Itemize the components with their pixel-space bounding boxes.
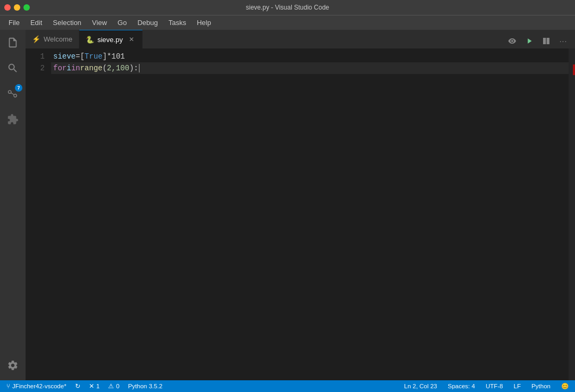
menu-help[interactable]: Help [193,18,216,28]
minimap-highlight [573,64,575,75]
status-bar: ⑂ JFincher42-vscode* ↻ ✕ 1 ⚠ 0 Python 3.… [0,380,575,392]
token-args: 2,100 [107,62,129,74]
token-bracket-close-mul: ]*101 [102,51,125,62]
status-python-version[interactable]: Python 3.5.2 [126,383,165,389]
status-python-version-label: Python 3.5.2 [128,383,162,389]
token-i: i [67,62,71,74]
menu-file[interactable]: File [4,18,24,28]
menu-view[interactable]: View [88,18,111,28]
tab-sieve-label: sieve.py [97,36,123,44]
source-control-badge: 7 [15,84,22,92]
token-paren-close-colon: ): [129,62,138,74]
sieve-tab-icon: 🐍 [86,36,94,44]
window-controls[interactable] [4,4,30,11]
window-title: sieve.py - Visual Studio Code [246,4,330,11]
status-errors[interactable]: ✕ 1 [87,382,102,390]
status-warning-count: 0 [116,383,119,389]
status-bar-right: Ln 2, Col 23 Spaces: 4 UTF-8 LF Python 😊 [402,382,571,390]
status-spaces-label: Spaces: 4 [448,383,475,389]
menu-edit[interactable]: Edit [26,18,46,28]
token-paren-open: ( [102,62,106,74]
code-editor[interactable]: 1 2 sieve = [ True ]*101 for i in rang [26,48,575,380]
cursor [139,64,139,72]
status-language[interactable]: Python [529,383,553,389]
menu-selection[interactable]: Selection [48,18,85,28]
token-true: True [85,51,103,62]
status-encoding[interactable]: UTF-8 [483,383,505,389]
token-for: for [53,62,67,74]
minimap [569,48,575,380]
code-content[interactable]: sieve = [ True ]*101 for i in range ( 2,… [51,48,569,380]
token-in: in [71,62,80,74]
status-bar-left: ⑂ JFincher42-vscode* ↻ ✕ 1 ⚠ 0 Python 3.… [4,382,165,390]
warning-icon: ⚠ [108,382,114,390]
maximize-button[interactable] [23,4,30,11]
branch-icon: ⑂ [6,382,10,390]
status-cursor-label: Ln 2, Col 23 [404,383,437,389]
tab-close-button[interactable]: ✕ [127,35,136,44]
line-number-2: 2 [26,62,45,74]
line-numbers: 1 2 [26,48,51,380]
code-line-1: sieve = [ True ]*101 [51,51,569,62]
title-bar: sieve.py - Visual Studio Code [0,0,575,15]
open-preview-icon[interactable] [505,34,520,48]
close-button[interactable] [4,4,11,11]
tab-sieve[interactable]: 🐍 sieve.py ✕ [79,30,143,48]
status-encoding-label: UTF-8 [486,383,503,389]
menu-go[interactable]: Go [113,18,131,28]
code-line-2: for i in range ( 2,100 ): [51,62,569,74]
menu-bar: File Edit Selection View Go Debug Tasks … [0,15,575,30]
status-warnings[interactable]: ⚠ 0 [106,382,121,390]
status-spaces[interactable]: Spaces: 4 [446,383,477,389]
status-feedback[interactable]: 😊 [559,382,571,390]
status-sync[interactable]: ↻ [73,382,83,390]
status-language-label: Python [531,383,551,389]
token-sieve: sieve [53,51,76,62]
main-layout: 7 ⚡ Welcome 🐍 sieve.py ✕ [0,30,575,380]
activity-source-control[interactable]: 7 [2,83,23,104]
tab-bar: ⚡ Welcome 🐍 sieve.py ✕ [26,30,575,48]
tab-welcome[interactable]: ⚡ Welcome [26,30,79,48]
error-icon: ✕ [89,382,94,390]
run-icon[interactable] [522,34,537,48]
status-eol-label: LF [514,383,521,389]
status-branch[interactable]: ⑂ JFincher42-vscode* [4,382,69,390]
more-actions-icon[interactable]: ··· [556,34,571,48]
feedback-icon: 😊 [561,382,569,390]
minimize-button[interactable] [14,4,20,11]
activity-search[interactable] [2,58,23,79]
activity-settings[interactable] [2,355,23,376]
menu-debug[interactable]: Debug [133,18,162,28]
editor-area: ⚡ Welcome 🐍 sieve.py ✕ [26,30,575,380]
activity-extensions[interactable] [2,109,23,130]
status-cursor-pos[interactable]: Ln 2, Col 23 [402,383,439,389]
status-eol[interactable]: LF [512,383,523,389]
activity-bar: 7 [0,30,26,380]
sync-icon: ↻ [75,382,80,390]
activity-explorer[interactable] [2,32,23,53]
token-bracket-open: [ [80,51,84,62]
token-range: range [80,62,102,74]
menu-tasks[interactable]: Tasks [164,18,190,28]
welcome-tab-icon: ⚡ [32,35,40,43]
status-branch-label: JFincher42-vscode* [12,383,67,389]
activity-bar-bottom [2,355,23,376]
token-eq: = [76,51,80,62]
line-number-1: 1 [26,51,45,62]
split-editor-icon[interactable] [539,34,554,48]
status-error-count: 1 [96,383,100,389]
tab-welcome-label: Welcome [44,35,72,43]
